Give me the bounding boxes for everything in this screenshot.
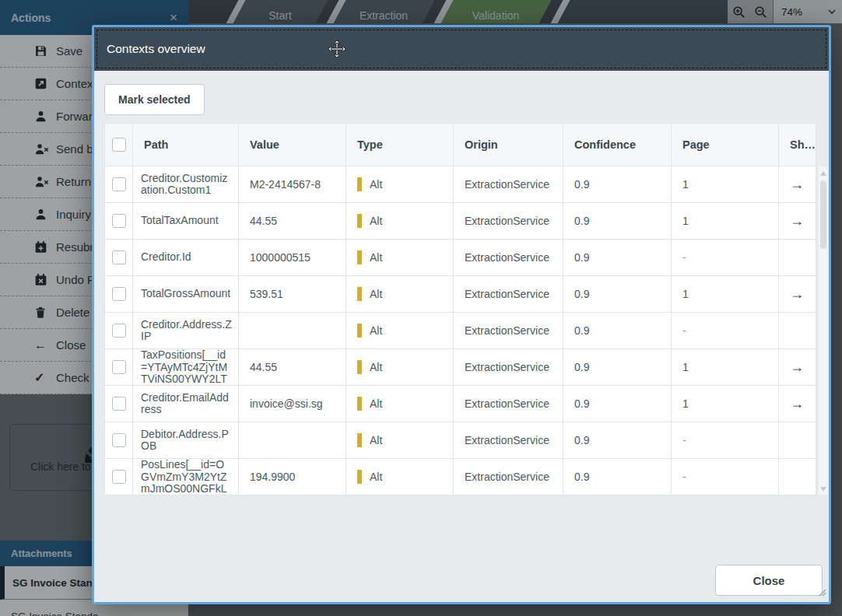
show-cell: → [779,386,816,422]
row-checkbox-cell [105,386,133,422]
confidence-cell: 0.9 [563,459,672,495]
page-cell: - [672,313,779,349]
contexts-overview-dialog: Contexts overview Mark selected PathValu… [92,25,831,604]
value-cell: 1000000515 [239,240,346,276]
type-indicator [357,397,362,411]
page-cell: 1 [672,386,779,422]
type-indicator [357,470,362,484]
column-header-page[interactable]: Page [672,124,779,166]
path-cell: TaxPositions[__id=YTAyMTc4ZjYtMTViNS00YW… [133,349,239,386]
origin-cell: ExtractionService [454,459,563,495]
dialog-header[interactable]: Contexts overview [94,27,829,71]
page-cell: 1 [672,276,779,313]
show-cell: → [779,166,816,203]
row-checkbox[interactable] [112,214,126,228]
page-cell: - [672,459,779,495]
row-checkbox[interactable] [112,360,126,374]
type-indicator [357,177,362,191]
path-value: TotalGrossAmount [141,288,232,300]
row-checkbox[interactable] [112,397,126,411]
origin-cell: ExtractionService [454,203,563,240]
scroll-up-arrow-icon[interactable] [820,171,826,176]
origin-cell: ExtractionService [454,166,563,203]
row-checkbox[interactable] [112,324,126,338]
origin-cell: ExtractionService [454,386,563,422]
move-cursor-icon [327,39,347,62]
confidence-cell: 0.9 [563,276,672,313]
table-row[interactable]: Creditor.Id1000000515AltExtractionServic… [105,240,816,276]
focus-outline [96,30,826,68]
show-cell [779,240,816,276]
show-arrow-icon[interactable]: → [790,213,804,229]
row-checkbox-cell [105,203,133,240]
value-cell [239,422,346,459]
select-all-checkbox[interactable] [112,138,126,152]
page-cell: - [672,422,779,459]
type-indicator [357,214,362,228]
type-label: Alt [370,434,382,446]
row-checkbox[interactable] [112,433,126,447]
show-arrow-icon[interactable]: → [790,396,804,411]
table-row[interactable]: Creditor.EmailAddressinvoice@ssi.sgAltEx… [105,386,816,422]
table-scrollbar[interactable] [819,166,828,495]
table-row[interactable]: PosLines[__id=OGVmZmY3M2YtZmJmOS00NGFkLW… [105,459,816,495]
origin-cell: ExtractionService [454,349,563,386]
type-label: Alt [370,324,382,337]
resize-handle[interactable] [818,586,826,600]
path-value: Creditor.Id [141,251,232,264]
dialog-close-button[interactable]: Close [715,565,823,596]
table-body: Creditor.Customization.Custom1M2-2414567… [105,166,816,495]
confidence-cell: 0.9 [563,203,672,240]
origin-cell: ExtractionService [454,313,563,349]
scrollbar-thumb[interactable] [820,180,826,249]
show-arrow-icon[interactable]: → [790,177,804,192]
dialog-title: Contexts overview [107,27,205,71]
path-value: Creditor.Customization.Custom1 [141,173,232,197]
table-row[interactable]: TaxPositions[__id=YTAyMTc4ZjYtMTViNS00YW… [105,349,816,386]
scroll-down-arrow-icon[interactable] [820,487,826,492]
show-cell: → [779,276,816,313]
show-cell: → [779,349,816,386]
type-indicator [357,250,362,264]
path-value: PosLines[__id=OGVmZmY3M2YtZmJmOS00NGFkLW… [141,459,232,495]
type-indicator [357,360,362,374]
table-row[interactable]: TotalTaxAmount44.55AltExtractionService0… [105,203,816,240]
table-row[interactable]: Creditor.Customization.Custom1M2-2414567… [105,166,816,203]
table-row[interactable]: Debitor.Address.POBAltExtractionService0… [105,422,816,459]
row-checkbox-cell [105,276,133,313]
column-header-type[interactable]: Type [346,124,454,166]
row-checkbox[interactable] [112,177,126,191]
row-checkbox[interactable] [112,250,126,264]
table-row[interactable]: Creditor.Address.ZIPAltExtractionService… [105,313,816,349]
path-cell: Creditor.Customization.Custom1 [133,166,239,203]
mark-selected-button[interactable]: Mark selected [104,84,205,115]
type-cell: Alt [346,459,454,495]
column-header-value[interactable]: Value [239,124,346,166]
column-header-confidence[interactable]: Confidence [563,124,672,166]
column-header-sh[interactable]: Sh… [779,124,816,166]
page-cell: 1 [672,203,779,240]
column-header-origin[interactable]: Origin [454,124,563,166]
type-cell: Alt [346,349,454,386]
show-cell [779,422,816,459]
row-checkbox[interactable] [112,470,126,484]
type-label: Alt [370,471,382,483]
type-cell: Alt [346,240,454,276]
value-cell: 194.9900 [239,459,346,495]
value-cell [239,313,346,349]
show-arrow-icon[interactable]: → [790,286,804,302]
column-header-path[interactable]: Path [133,124,239,166]
path-cell: Debitor.Address.POB [133,422,239,459]
confidence-cell: 0.9 [563,240,672,276]
show-cell [779,459,816,495]
contexts-table: PathValueTypeOriginConfidencePageSh… Cre… [104,123,816,495]
table-row[interactable]: TotalGrossAmount539.51AltExtractionServi… [105,276,816,313]
origin-cell: ExtractionService [454,422,563,459]
page-cell: 1 [672,166,779,203]
row-checkbox[interactable] [112,287,126,301]
type-label: Alt [370,251,382,264]
path-cell: Creditor.Id [133,240,239,276]
show-arrow-icon[interactable]: → [790,359,804,375]
type-label: Alt [370,215,382,227]
confidence-cell: 0.9 [563,166,672,203]
